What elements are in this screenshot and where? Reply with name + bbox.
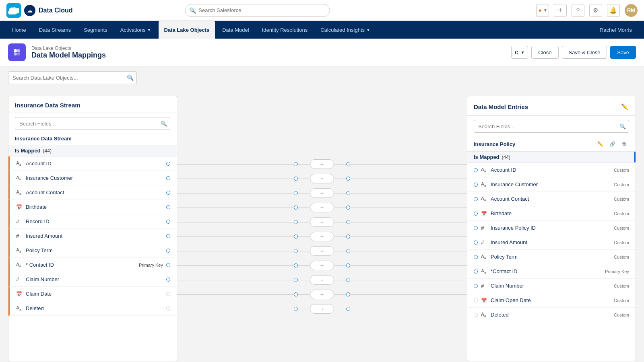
nav-item-data-lake-objects[interactable]: Data Lake Objects	[159, 21, 215, 39]
right-field-dot[interactable]	[474, 284, 478, 288]
connector-node[interactable]: →	[310, 159, 334, 169]
connector-line-mid-left	[298, 237, 310, 237]
help-button[interactable]: ?	[572, 4, 584, 17]
right-field-dot[interactable]	[474, 298, 478, 302]
nav-item-activations[interactable]: Activations ▼	[115, 21, 157, 39]
right-field-row: # Insurance Policy ID Custom	[467, 221, 636, 235]
right-field-dot[interactable]	[474, 226, 478, 230]
connector-node[interactable]: →	[310, 174, 334, 183]
right-field-dot[interactable]	[474, 255, 478, 259]
connector-row: →	[177, 302, 467, 316]
left-panel-search[interactable]: 🔍	[15, 117, 170, 130]
connector-arrow: →	[320, 176, 324, 181]
connector-node[interactable]: →	[310, 217, 334, 227]
right-field-name: Claim Open Date	[491, 297, 614, 303]
left-group-label: Is Mapped	[15, 148, 41, 154]
field-type-icon: Aa	[16, 175, 26, 181]
notifications-button[interactable]: 🔔	[607, 4, 620, 17]
global-search-input[interactable]	[185, 4, 330, 17]
right-panel-inner: Insurance Policy ✏️ 🔗 🗑 Is Mapped (44) A…	[467, 137, 636, 361]
nav-item-segments[interactable]: Segments	[78, 21, 113, 39]
connector-node[interactable]: →	[310, 290, 334, 299]
connector-node[interactable]: →	[310, 246, 334, 256]
close-label: Close	[538, 49, 551, 56]
right-panel-actions: ✏️	[619, 102, 629, 111]
left-search-input[interactable]	[15, 117, 170, 130]
copy-button[interactable]: ⑆ ▼	[511, 46, 528, 59]
right-field-row: 📅 Birthdate Custom	[467, 206, 636, 221]
field-connector-dot[interactable]	[166, 263, 170, 267]
right-link-button[interactable]: 🔗	[607, 139, 617, 149]
right-field-dot[interactable]	[474, 197, 478, 201]
connector-line-right	[350, 251, 467, 251]
nav-item-user[interactable]: Rachel Morris	[594, 21, 638, 39]
favorites-button[interactable]: ★ ▼	[536, 4, 549, 17]
connector-node[interactable]: →	[310, 261, 334, 270]
right-field-dot[interactable]	[474, 168, 478, 172]
connector-line-right	[350, 280, 467, 280]
field-connector-dot[interactable]	[166, 306, 170, 311]
connector-node[interactable]: →	[310, 275, 334, 285]
left-field-row: Aa Account ID	[8, 156, 177, 171]
connector-line-mid-left	[298, 179, 310, 179]
left-panel: Insurance Data Stream 🔍 Insurance Data S…	[8, 96, 177, 361]
connector-node[interactable]: →	[310, 232, 334, 241]
save-button[interactable]: Save	[610, 46, 636, 59]
nav-identity-label: Identity Resolutions	[262, 27, 308, 33]
field-connector-dot[interactable]	[166, 205, 170, 209]
right-field-dot[interactable]	[474, 183, 478, 187]
lake-search-input[interactable]	[8, 71, 137, 84]
right-panel-search[interactable]: 🔍	[474, 120, 629, 133]
settings-button[interactable]: ⚙	[589, 4, 602, 17]
connector-line-right	[350, 193, 467, 193]
edit-button[interactable]: ✏️	[619, 102, 629, 111]
field-connector-dot[interactable]	[166, 249, 170, 253]
right-field-dot[interactable]	[474, 241, 478, 245]
global-search[interactable]: 🔍	[185, 4, 330, 17]
connector-node[interactable]: →	[310, 203, 334, 212]
nav-item-home[interactable]: Home	[6, 21, 32, 39]
connector-line-mid-left	[298, 222, 310, 222]
field-connector-dot[interactable]	[166, 162, 170, 166]
field-connector-dot[interactable]	[166, 234, 170, 238]
connector-line-mid-left	[298, 164, 310, 165]
field-connector-dot[interactable]	[166, 220, 170, 224]
right-delete-button[interactable]: 🗑	[619, 139, 629, 149]
nav-item-data-model[interactable]: Data Model	[217, 21, 254, 39]
field-connector-dot[interactable]	[166, 278, 170, 282]
right-search-input[interactable]	[474, 120, 629, 133]
right-field-dot[interactable]	[474, 269, 478, 274]
right-field-dot[interactable]	[474, 313, 478, 317]
right-field-name: Claim Number	[491, 283, 614, 289]
connector-node[interactable]: →	[310, 188, 334, 198]
left-field-row: Aa * Contact ID Primary Key	[8, 258, 177, 272]
nav-data-streams-label: Data Streams	[39, 27, 71, 33]
connector-dot-right	[346, 263, 350, 267]
salesforce-logo[interactable]	[6, 3, 21, 18]
lake-objects-search[interactable]: 🔍	[8, 71, 137, 84]
connector-line-left	[177, 208, 294, 208]
right-edit-button[interactable]: ✏️	[595, 139, 605, 149]
right-field-tag: Custom	[614, 226, 629, 230]
avatar[interactable]: RM	[625, 4, 638, 17]
svg-point-2	[14, 52, 17, 56]
connector-line-right	[350, 237, 467, 237]
field-connector-dot[interactable]	[166, 292, 170, 296]
connector-node[interactable]: →	[310, 304, 334, 314]
secondary-navigation: Home Data Streams Segments Activations ▼…	[0, 21, 644, 39]
nav-item-identity-resolutions[interactable]: Identity Resolutions	[256, 21, 313, 39]
nav-item-calculated-insights[interactable]: Calculated Insights ▼	[315, 21, 376, 39]
connector-line-left	[177, 164, 294, 165]
add-button[interactable]: +	[554, 4, 567, 17]
field-connector-dot[interactable]	[166, 191, 170, 195]
right-field-dot[interactable]	[474, 212, 478, 216]
field-type-icon: Aa	[16, 189, 26, 195]
connector-row: →	[177, 215, 467, 229]
connector-line-right	[350, 309, 467, 309]
right-field-tag: Custom	[614, 211, 629, 216]
close-button[interactable]: Close	[531, 46, 558, 59]
save-close-button[interactable]: Save & Close	[562, 46, 607, 59]
connector-dot-left	[294, 234, 298, 239]
field-connector-dot[interactable]	[166, 176, 170, 180]
nav-item-data-streams[interactable]: Data Streams	[33, 21, 76, 39]
